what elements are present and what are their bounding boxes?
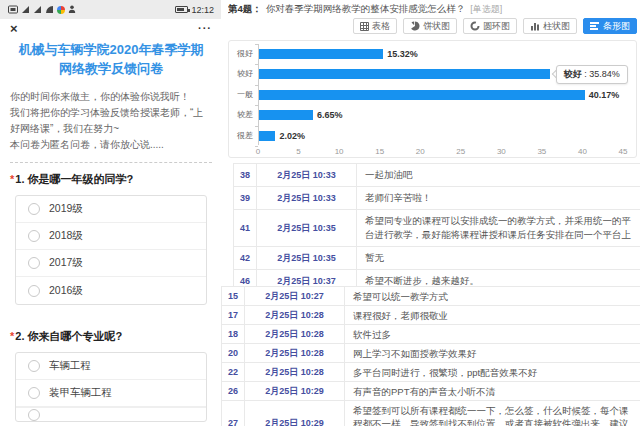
row-number-cell: 20 xyxy=(222,344,244,362)
table-row: 172月25日 10:28课程很好，老师很敬业 xyxy=(222,306,640,325)
chart-type-button[interactable]: 圆环图 xyxy=(463,18,517,34)
radio-icon xyxy=(28,203,40,215)
option-label: 2016级 xyxy=(49,284,83,298)
row-content-cell: 网上学习不如面授教学效果好 xyxy=(344,344,640,362)
row-date-cell: 2月25日 10:29 xyxy=(244,382,344,400)
row-date-cell: 2月25日 10:28 xyxy=(244,344,344,362)
wifi-icon xyxy=(45,5,54,14)
bar[interactable] xyxy=(259,49,383,59)
y-axis-tick xyxy=(255,44,258,45)
results-panel: 第4题：你对春季学期网络教学的整体安排感觉怎么样？[单选题] 表格饼状图圆环图柱… xyxy=(221,0,640,426)
chart-type-button-label: 表格 xyxy=(372,20,390,33)
row-number-cell: 22 xyxy=(222,363,244,381)
notification-icon xyxy=(68,5,76,14)
bar-chart-icon xyxy=(590,21,600,31)
bar[interactable] xyxy=(259,131,275,141)
chart-type-button-label: 圆环图 xyxy=(483,20,510,33)
radio-icon xyxy=(28,285,40,297)
radio-icon xyxy=(28,409,40,421)
status-icons-left xyxy=(8,5,76,14)
radio-option[interactable]: 2018级 xyxy=(16,223,206,250)
row-content-cell: 课程很好，老师很敬业 xyxy=(344,306,640,324)
row-content-cell: 暂无 xyxy=(356,247,640,269)
table-row: 422月25日 10:35暂无 xyxy=(234,247,640,270)
radio-option[interactable]: 装甲车辆工程 xyxy=(16,380,206,407)
chrome-icon xyxy=(57,6,65,14)
x-axis-tick-label: 45 xyxy=(614,147,632,156)
question-2-label: *2. 你来自哪个专业呢? xyxy=(10,329,212,344)
row-date-cell: 2月25日 10:28 xyxy=(244,363,344,381)
chart-type-button[interactable]: 饼状图 xyxy=(403,18,457,34)
value-label: 6.65% xyxy=(317,109,343,121)
table-icon xyxy=(360,22,369,31)
question-type-tag: [单选题] xyxy=(470,4,502,14)
x-axis-tick-label: 40 xyxy=(573,147,591,156)
row-number-cell: 27 xyxy=(222,401,244,426)
radio-option[interactable]: 2016级 xyxy=(16,277,206,304)
table-row: 262月25日 10:29有声音的PPT有的声音太小听不清 xyxy=(222,382,640,401)
value-label: 40.17% xyxy=(589,89,620,101)
intro-line: 你的时间你来做主，你的体验你说我听！ xyxy=(10,89,212,105)
x-axis-tick-label: 25 xyxy=(452,147,470,156)
row-content-cell: 一起加油吧 xyxy=(356,164,640,186)
survey-title: 机械与车辆学院2020年春季学期网络教学反馈问卷 xyxy=(16,40,206,78)
row-content-cell: 软件过多 xyxy=(344,325,640,343)
radio-option[interactable]: 车辆工程 xyxy=(16,353,206,380)
table-row: 222月25日 10:28多平台同时进行，很繁琐，ppt配音效果不好 xyxy=(222,363,640,382)
option-label: 2017级 xyxy=(49,256,83,270)
answers-table-lower: 152月25日 10:27希望可以统一教学方式172月25日 10:28课程很好… xyxy=(221,286,640,426)
question-text: 你对春季学期网络教学的整体安排感觉怎么样？ xyxy=(266,3,466,14)
row-content-cell: 希望签到可以所有课程都统一一下，怎么签，什么时候签，每个课程都不一样，导致签到找… xyxy=(344,401,640,426)
option-label: 装甲车辆工程 xyxy=(49,386,112,400)
option-label: 2018级 xyxy=(49,229,83,243)
y-axis-tick xyxy=(255,85,258,86)
donut-chart-icon xyxy=(470,21,480,31)
intro-line: 本问卷为匿名问卷，请你放心说..... xyxy=(10,137,212,153)
survey-phone-panel: 12:12 × ··· 机械与车辆学院2020年春季学期网络教学反馈问卷 你的时… xyxy=(0,0,222,426)
row-date-cell: 2月25日 10:33 xyxy=(256,187,356,209)
radio-icon xyxy=(28,230,40,242)
chart-tooltip: 较好 : 35.84% xyxy=(556,65,628,84)
bar[interactable] xyxy=(259,90,585,100)
table-row: 382月25日 10:33一起加油吧 xyxy=(234,164,640,187)
table-row: 272月25日 10:29希望签到可以所有课程都统一一下，怎么签，什么时候签，每… xyxy=(222,401,640,426)
battery-icon xyxy=(175,6,188,13)
x-axis-tick-label: 10 xyxy=(330,147,348,156)
chart-type-button-label: 条形图 xyxy=(603,20,630,33)
chart-type-button-label: 饼状图 xyxy=(423,20,450,33)
row-number-cell: 18 xyxy=(222,325,244,343)
tooltip-value: : 35.84% xyxy=(582,69,620,79)
intro-line: 我们将把你的学习体验反馈给授课老师，“上好网络课”，我们在努力~ xyxy=(10,105,212,137)
x-axis-tick-label: 35 xyxy=(533,147,551,156)
bar[interactable] xyxy=(259,69,550,79)
x-axis-tick-label: 0 xyxy=(249,147,267,156)
category-label: 一般 xyxy=(229,90,253,100)
table-row: 392月25日 10:33老师们辛苦啦！ xyxy=(234,187,640,210)
more-menu-icon[interactable]: ··· xyxy=(198,23,212,34)
value-label: 2.02% xyxy=(279,130,305,142)
radio-option[interactable]: 2017级 xyxy=(16,250,206,277)
row-content-cell: 希望同专业的课程可以安排成统一的教学方式，并采用统一的平台进行教学，最好能将课程… xyxy=(356,210,640,246)
table-row: 152月25日 10:27希望可以统一教学方式 xyxy=(222,287,640,306)
required-asterisk: * xyxy=(10,330,14,342)
phone-status-bar: 12:12 xyxy=(0,0,222,19)
close-icon[interactable]: × xyxy=(10,22,18,35)
category-label: 较差 xyxy=(229,110,253,120)
question-2-options: 车辆工程装甲车辆工程 xyxy=(15,352,207,422)
radio-icon xyxy=(28,360,40,372)
x-axis-tick-label: 5 xyxy=(290,147,308,156)
bar[interactable] xyxy=(259,110,313,120)
radio-option[interactable] xyxy=(16,407,206,421)
chart-type-button[interactable]: 表格 xyxy=(353,18,397,34)
value-label: 15.32% xyxy=(387,48,418,60)
row-content-cell: 老师们辛苦啦！ xyxy=(356,187,640,209)
radio-icon xyxy=(28,387,40,399)
x-axis-tick-label: 15 xyxy=(371,147,389,156)
radio-option[interactable]: 2019级 xyxy=(16,196,206,223)
x-axis-tick-label: 30 xyxy=(492,147,510,156)
section-divider xyxy=(10,162,212,163)
chart-type-button[interactable]: 条形图 xyxy=(583,18,637,34)
category-label: 很好 xyxy=(229,49,253,59)
chart-type-button[interactable]: 柱状图 xyxy=(523,18,577,34)
required-asterisk: * xyxy=(10,173,14,185)
